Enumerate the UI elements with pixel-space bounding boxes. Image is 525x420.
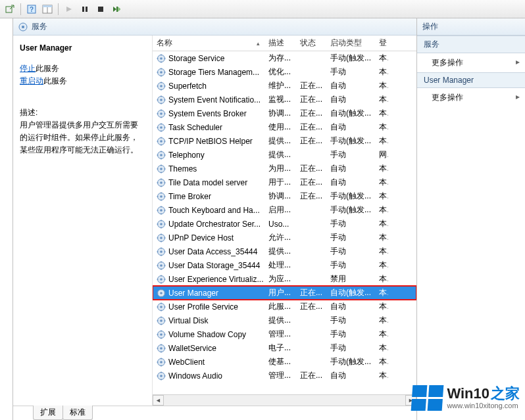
service-row[interactable]: WalletService电子...手动本 (153, 341, 416, 355)
service-name: System Event Notificatio... (168, 95, 261, 105)
service-desc: 用于... (264, 177, 296, 188)
service-desc: 为存... (264, 53, 296, 64)
service-logon: 本 (375, 94, 388, 105)
col-desc[interactable]: 描述 (264, 35, 296, 51)
svg-point-88 (160, 223, 162, 225)
service-status: 正在... (296, 163, 326, 174)
service-desc: 维护... (264, 80, 296, 91)
svg-point-82 (160, 209, 162, 212)
col-status[interactable]: 状态 (296, 35, 326, 51)
service-status: 正在... (296, 191, 326, 202)
pause-icon[interactable] (78, 2, 92, 16)
svg-rect-4 (43, 5, 52, 7)
service-row[interactable]: UPnP Device Host允许...手动本 (153, 231, 416, 245)
play-icon[interactable] (62, 2, 76, 16)
tab-standard[interactable]: 标准 (63, 406, 93, 420)
service-row[interactable]: WebClient使基...手动(触发...本 (153, 355, 416, 369)
services-icon (18, 22, 28, 32)
service-type: 手动 (326, 329, 375, 340)
scroll-left-icon[interactable]: ◄ (153, 395, 164, 406)
column-headers[interactable]: 名称▴ 描述 状态 启动类型 登 (153, 35, 416, 51)
restart-link[interactable]: 重启动 (20, 75, 43, 87)
service-icon (157, 95, 166, 105)
service-status: 正在... (296, 301, 326, 312)
service-row[interactable]: User Profile Service此服...正在...自动本 (153, 300, 416, 314)
panel-icon[interactable] (40, 2, 55, 16)
service-row[interactable]: User Manager用户...正在...自动(触发...本 (153, 286, 416, 300)
restart-icon[interactable] (109, 2, 124, 16)
svg-point-76 (160, 195, 162, 198)
service-row[interactable]: Touch Keyboard and Ha...启用...手动(触发...本 (153, 203, 416, 217)
service-type: 手动 (326, 66, 375, 78)
service-row[interactable]: User Data Access_35444提供...手动本 (153, 245, 416, 258)
service-row[interactable]: Storage Service为存...手动(触发...本 (153, 51, 416, 65)
service-row[interactable]: Telephony提供...手动网 (153, 148, 416, 162)
service-name: User Data Access_35444 (168, 247, 257, 256)
service-desc: 监视... (264, 94, 296, 105)
service-logon: 本 (375, 163, 388, 174)
service-icon (157, 371, 166, 381)
service-name: Volume Shadow Copy (168, 330, 246, 339)
service-logon: 本 (375, 342, 388, 354)
actions-more-2[interactable]: 更多操作▸ (417, 88, 525, 107)
service-type: 自动 (326, 80, 375, 91)
help-icon[interactable]: ? (24, 2, 39, 16)
service-row[interactable]: Update Orchestrator Ser...Uso...手动本 (153, 217, 416, 231)
tab-extended[interactable]: 扩展 (33, 406, 63, 420)
service-name: UPnP Device Host (168, 233, 234, 243)
service-row[interactable]: User Experience Virtualiz...为应...禁用本 (153, 272, 416, 286)
service-icon (157, 358, 166, 367)
service-logon: 本 (375, 122, 388, 133)
service-row[interactable]: Tile Data model server用于...正在...自动本 (153, 175, 416, 189)
service-logon: 本 (375, 370, 388, 381)
service-row[interactable]: System Event Notificatio...监视...正在...自动本 (153, 93, 416, 106)
service-name: User Data Storage_35444 (168, 261, 260, 270)
service-row[interactable]: TCP/IP NetBIOS Helper提供...正在...手动(触发...本 (153, 134, 416, 148)
service-name: WalletService (168, 344, 216, 353)
svg-point-118 (160, 292, 162, 294)
service-icon (157, 233, 166, 243)
service-type: 手动(触发... (326, 204, 375, 216)
service-type: 自动(触发... (326, 108, 375, 119)
service-row[interactable]: System Events Broker协调...正在...自动(触发...本 (153, 106, 416, 120)
export-icon[interactable] (3, 2, 17, 16)
service-icon (157, 68, 166, 77)
stop-icon[interactable] (93, 2, 108, 16)
restart-link-row: 重启动此服务 (20, 75, 145, 87)
service-type: 手动(触发... (326, 191, 375, 202)
service-type: 手动 (326, 149, 375, 160)
col-start-type[interactable]: 启动类型 (326, 35, 375, 51)
actions-more-1[interactable]: 更多操作▸ (417, 53, 525, 72)
stop-link[interactable]: 停止 (20, 62, 36, 75)
service-name: Tile Data model server (168, 178, 247, 187)
service-icon (157, 137, 166, 146)
service-row[interactable]: Task Scheduler使用...正在...自动本 (153, 120, 416, 134)
service-name: Windows Audio (168, 371, 222, 381)
service-icon (157, 247, 166, 256)
service-icon (157, 289, 166, 298)
col-logon[interactable]: 登 (375, 35, 388, 51)
service-row[interactable]: Virtual Disk提供...手动本 (153, 314, 416, 327)
service-row[interactable]: User Data Storage_35444处理...手动本 (153, 258, 416, 272)
service-icon (157, 316, 166, 325)
service-type: 自动 (326, 177, 375, 188)
h-scrollbar[interactable]: ◄ ► (153, 394, 416, 406)
service-logon: 本 (375, 204, 388, 216)
svg-point-142 (160, 347, 162, 350)
service-list[interactable]: Storage Service为存...手动(触发...本Storage Tie… (153, 51, 416, 394)
service-status: 正在... (296, 122, 326, 133)
service-row[interactable]: Storage Tiers Managem...优化...手动本 (153, 65, 416, 79)
service-type: 手动 (326, 246, 375, 257)
service-row[interactable]: Windows Audio管理...正在...自动本 (153, 369, 416, 383)
service-row[interactable]: Themes为用...正在...自动本 (153, 162, 416, 175)
service-row[interactable]: Superfetch维护...正在...自动本 (153, 79, 416, 93)
service-status: 正在... (296, 94, 326, 105)
scroll-track[interactable] (164, 395, 405, 406)
actions-pane: 操作 服务 更多操作▸ User Manager 更多操作▸ (417, 18, 525, 420)
col-name[interactable]: 名称▴ (153, 35, 264, 51)
service-row[interactable]: Time Broker协调...正在...手动(触发...本 (153, 189, 416, 203)
service-row[interactable]: Volume Shadow Copy管理...手动本 (153, 327, 416, 341)
service-desc: 提供... (264, 149, 296, 160)
service-desc: 为应... (264, 273, 296, 285)
svg-rect-11 (116, 7, 118, 12)
